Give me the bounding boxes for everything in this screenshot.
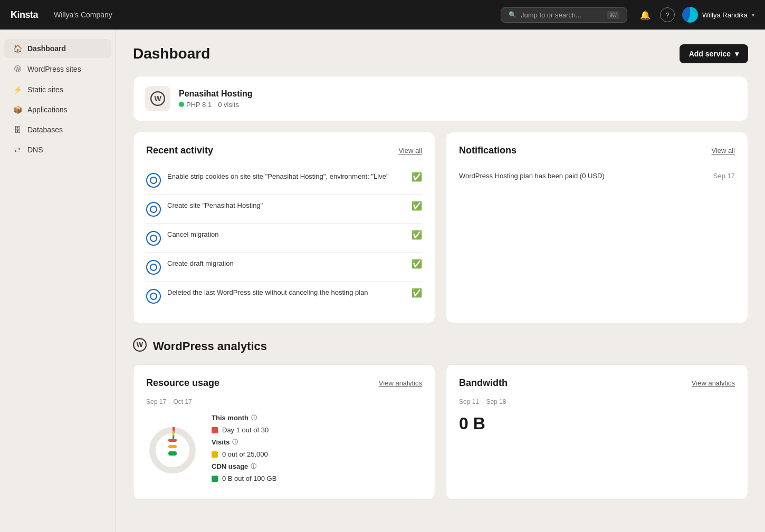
username: Willya Randika — [702, 11, 748, 19]
logo: Kinsta — [11, 9, 38, 21]
resource-usage-title: Resource usage — [146, 378, 219, 389]
cdn-legend-item: 0 B out of 100 GB — [212, 475, 422, 482]
day-color-dot — [212, 427, 218, 433]
bandwidth-header: Bandwidth View analytics — [459, 378, 735, 389]
sidebar-item-wordpress-sites[interactable]: Ⓦ WordPress sites — [4, 59, 111, 79]
help-button[interactable]: ? — [660, 7, 675, 22]
activity-icon — [146, 173, 161, 188]
search-placeholder: Jump to or search... — [521, 11, 581, 19]
activity-check-icon: ✅ — [412, 230, 422, 240]
svg-rect-9 — [168, 445, 177, 448]
recent-activity-header: Recent activity View all — [146, 145, 422, 156]
add-service-label: Add service — [689, 50, 731, 58]
bandwidth-card: Bandwidth View analytics Sep 11 – Sep 18… — [446, 364, 748, 500]
recent-activity-title: Recent activity — [146, 145, 213, 156]
cdn-legend-label: CDN usage ⓘ — [212, 462, 422, 470]
resource-legend: This month ⓘ Day 1 out of 30 Visits ⓘ — [212, 414, 422, 487]
php-version: PHP 8.1 — [186, 101, 212, 109]
notifications-view-all[interactable]: View all — [711, 147, 735, 154]
sidebar-item-static-sites[interactable]: ⚡ Static sites — [4, 80, 111, 99]
activity-text: Deleted the last WordPress site without … — [167, 288, 405, 297]
resource-usage-view-analytics[interactable]: View analytics — [379, 379, 422, 387]
visits-color-dot — [212, 451, 218, 458]
notification-text: WordPress Hosting plan has been paid (0 … — [459, 172, 605, 180]
svg-point-7 — [161, 439, 184, 462]
dns-icon: ⇄ — [13, 146, 22, 154]
status-dot — [179, 102, 184, 107]
cdn-value: 0 B out of 100 GB — [222, 475, 276, 482]
activity-item: Deleted the last WordPress site without … — [146, 282, 422, 310]
page-header: Dashboard Add service ▾ — [133, 44, 748, 63]
day-legend-item: Day 1 out of 30 — [212, 426, 422, 434]
topnav: Kinsta Willya's Company 🔍 Jump to or sea… — [0, 0, 765, 30]
resource-donut-chart — [146, 424, 199, 477]
wp-analytics-header: W WordPress analytics — [133, 338, 748, 355]
bandwidth-view-analytics[interactable]: View analytics — [692, 379, 735, 387]
resource-usage-card: Resource usage View analytics Sep 17 – O… — [133, 364, 435, 500]
donut-svg — [146, 424, 199, 477]
site-name: Penasihat Hosting — [179, 89, 253, 99]
resource-date-range: Sep 17 – Oct 17 — [146, 398, 422, 405]
activity-icon — [146, 202, 161, 217]
visits-info-icon[interactable]: ⓘ — [232, 438, 238, 446]
activity-icon — [146, 260, 161, 275]
search-shortcut: ⌘/ — [607, 11, 619, 19]
sidebar-item-databases[interactable]: 🗄 Databases — [4, 120, 111, 139]
sidebar-item-dns[interactable]: ⇄ DNS — [4, 140, 111, 159]
search-bar[interactable]: 🔍 Jump to or search... ⌘/ — [501, 7, 627, 23]
sidebar-item-label: WordPress sites — [27, 65, 81, 73]
user-menu[interactable]: Willya Randika ▾ — [682, 7, 754, 23]
activity-item: Cancel migration ✅ — [146, 224, 422, 253]
activity-text: Create site "Penasihat Hosting" — [167, 201, 405, 210]
wp-analytics-title: WordPress analytics — [153, 340, 267, 353]
sidebar-item-label: DNS — [27, 146, 43, 154]
notifications-header: Notifications View all — [459, 145, 735, 156]
analytics-grid: Resource usage View analytics Sep 17 – O… — [133, 364, 748, 500]
static-sites-icon: ⚡ — [13, 85, 22, 94]
activity-icon — [146, 231, 161, 246]
sidebar-item-label: Dashboard — [27, 44, 66, 53]
site-info: Penasihat Hosting PHP 8.1 0 visits — [179, 89, 253, 109]
sidebar-item-dashboard[interactable]: 🏠 Dashboard — [4, 39, 111, 58]
user-menu-chevron-icon: ▾ — [752, 12, 754, 18]
visits-legend-label: Visits ⓘ — [212, 438, 422, 446]
main-content: Dashboard Add service ▾ W Penasihat Host… — [116, 30, 765, 532]
activity-text: Enable strip cookies on site site "Penas… — [167, 172, 405, 181]
applications-icon: 📦 — [13, 105, 22, 114]
recent-activity-card: Recent activity View all Enable strip co… — [133, 132, 435, 323]
bandwidth-value: 0 B — [459, 414, 735, 433]
activity-text: Cancel migration — [167, 230, 405, 239]
svg-text:W: W — [154, 94, 161, 103]
wordpress-icon: Ⓦ — [13, 64, 22, 74]
bandwidth-title: Bandwidth — [459, 378, 508, 389]
site-card[interactable]: W Penasihat Hosting PHP 8.1 0 visits — [133, 76, 748, 121]
svg-text:W: W — [137, 341, 144, 349]
day-legend-label: Day 1 out of 30 — [222, 426, 269, 434]
info-icon[interactable]: ⓘ — [251, 414, 257, 422]
svg-rect-10 — [168, 451, 177, 456]
sidebar-item-label: Applications — [27, 105, 68, 114]
add-service-button[interactable]: Add service ▾ — [680, 44, 748, 63]
notifications-bell-button[interactable]: 🔔 — [638, 7, 653, 22]
site-visits: 0 visits — [218, 101, 239, 109]
activity-text: Create draft migration — [167, 259, 405, 268]
search-icon: 🔍 — [509, 11, 517, 18]
sidebar-item-applications[interactable]: 📦 Applications — [4, 100, 111, 119]
wp-analytics-icon: W — [133, 338, 147, 355]
sidebar-item-label: Static sites — [27, 85, 63, 94]
layout: 🏠 Dashboard Ⓦ WordPress sites ⚡ Static s… — [0, 0, 765, 532]
cdn-info-icon[interactable]: ⓘ — [251, 462, 256, 470]
cdn-color-dot — [212, 476, 218, 482]
notifications-title: Notifications — [459, 145, 517, 156]
notification-date: Sep 17 — [713, 172, 735, 180]
this-month-label: This month ⓘ — [212, 414, 422, 422]
topnav-actions: 🔔 ? Willya Randika ▾ — [638, 7, 754, 23]
recent-activity-view-all[interactable]: View all — [398, 147, 422, 154]
company-name: Willya's Company — [54, 11, 490, 19]
resource-body: This month ⓘ Day 1 out of 30 Visits ⓘ — [146, 414, 422, 487]
resource-usage-header: Resource usage View analytics — [146, 378, 422, 389]
site-status: PHP 8.1 — [179, 101, 212, 109]
activity-check-icon: ✅ — [412, 172, 422, 182]
visits-legend-item: 0 out of 25,000 — [212, 450, 422, 458]
sidebar-item-label: Databases — [27, 125, 63, 134]
